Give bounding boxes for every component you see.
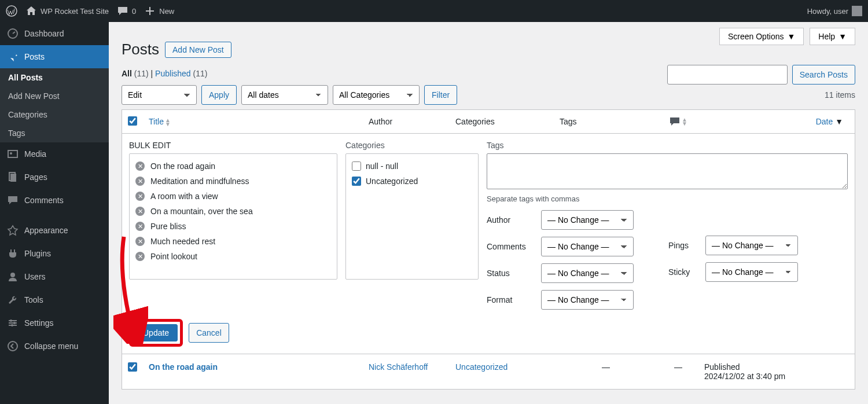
pages-icon [7, 171, 19, 183]
sidebar-item-dashboard[interactable]: Dashboard [0, 22, 109, 45]
category-label: null - null [366, 161, 398, 171]
new-content[interactable]: New [144, 5, 174, 17]
col-categories[interactable]: Categories [450, 110, 554, 134]
posts-table: Title▲▼ Author Categories Tags ▲▼ Date ▼… [122, 109, 855, 390]
tags-hint: Separate tags with commas [487, 194, 848, 203]
row-date-status: Published [704, 362, 740, 372]
svg-point-12 [11, 324, 13, 326]
sort-icon: ▲▼ [682, 117, 687, 126]
sidebar-item-label: Collapse menu [24, 341, 78, 351]
categories-filter-select[interactable]: All Categories [333, 85, 420, 105]
apply-button[interactable]: Apply [201, 85, 237, 105]
sidebar-item-label: Settings [24, 318, 54, 328]
sidebar-item-appearance[interactable]: Appearance [0, 219, 109, 242]
sidebar-item-label: Users [24, 272, 46, 281]
appearance-icon [7, 225, 19, 236]
pings-select[interactable]: — No Change — [705, 236, 798, 255]
comments-count: 0 [132, 7, 136, 16]
bulk-title-item: ✕A room with a view [135, 189, 331, 204]
category-checkbox[interactable] [352, 177, 361, 186]
update-button[interactable]: Update [134, 324, 178, 341]
col-date[interactable]: Date [816, 117, 833, 126]
submenu-tags[interactable]: Tags [0, 124, 109, 142]
sticky-select[interactable]: — No Change — [705, 262, 798, 282]
comment-icon [7, 194, 19, 206]
sidebar-item-users[interactable]: Users [0, 265, 109, 288]
howdy-user[interactable]: Howdy, user [807, 6, 862, 16]
filter-all[interactable]: All (11) [122, 69, 149, 78]
category-label: Uncategorized [366, 177, 418, 186]
format-label: Format [487, 295, 533, 304]
svg-point-3 [10, 152, 12, 155]
site-home[interactable]: WP Rocket Test Site [25, 5, 109, 17]
sidebar-item-media[interactable]: Media [0, 142, 109, 166]
comments-shortcut[interactable]: 0 [117, 5, 136, 17]
sidebar-item-posts[interactable]: Posts [0, 45, 109, 68]
remove-icon[interactable]: ✕ [135, 192, 145, 201]
dates-filter-select[interactable]: All dates [241, 85, 328, 105]
remove-icon[interactable]: ✕ [135, 207, 145, 216]
categories-box: null - null Uncategorized [345, 153, 479, 280]
site-name: WP Rocket Test Site [41, 7, 109, 16]
add-new-post-button[interactable]: Add New Post [165, 42, 231, 58]
row-comments: — [658, 354, 698, 390]
remove-icon[interactable]: ✕ [135, 222, 145, 231]
chevron-down-icon: ▼ [838, 32, 847, 41]
filter-published[interactable]: Published (11) [155, 69, 207, 78]
sidebar-item-pages[interactable]: Pages [0, 166, 109, 189]
tags-label: Tags [487, 141, 848, 150]
bulk-action-select[interactable]: Edit [122, 85, 197, 105]
media-icon [7, 148, 19, 160]
table-row: On the road again Nick Schäferhoff Uncat… [122, 354, 855, 390]
remove-icon[interactable]: ✕ [135, 252, 145, 261]
sidebar-item-label: Pages [24, 172, 47, 182]
submenu-all-posts[interactable]: All Posts [0, 68, 109, 87]
bulk-title-item: ✕Meditation and mindfulness [135, 174, 331, 189]
sidebar-item-tools[interactable]: Tools [0, 288, 109, 311]
sidebar-item-label: Tools [24, 295, 43, 304]
admin-sidebar: Dashboard Posts All Posts Add New Post C… [0, 22, 109, 404]
remove-icon[interactable]: ✕ [135, 177, 145, 186]
comment-icon [669, 116, 681, 127]
status-select[interactable]: — No Change — [541, 263, 634, 283]
row-title-link[interactable]: On the road again [149, 362, 218, 372]
screen-options-button[interactable]: Screen Options ▼ [719, 28, 804, 45]
plugins-icon [7, 248, 19, 259]
wp-logo[interactable] [6, 5, 17, 17]
row-date: 2024/12/02 at 3:40 pm [704, 372, 785, 381]
select-all-checkbox[interactable] [128, 116, 137, 126]
filter-button[interactable]: Filter [424, 85, 457, 105]
row-checkbox[interactable] [128, 362, 137, 372]
sidebar-item-comments[interactable]: Comments [0, 189, 109, 212]
search-posts-button[interactable]: Search Posts [792, 65, 855, 85]
col-tags[interactable]: Tags [554, 110, 658, 134]
col-author[interactable]: Author [363, 110, 450, 134]
author-select[interactable]: — No Change — [541, 210, 634, 230]
sort-icon: ▲▼ [165, 118, 171, 126]
cancel-button[interactable]: Cancel [189, 323, 229, 343]
submenu-categories[interactable]: Categories [0, 105, 109, 124]
search-input[interactable] [667, 65, 788, 85]
row-category-link[interactable]: Uncategorized [455, 362, 507, 372]
row-author-link[interactable]: Nick Schäferhoff [369, 362, 428, 372]
category-checkbox[interactable] [352, 161, 361, 171]
sidebar-item-plugins[interactable]: Plugins [0, 242, 109, 265]
submenu-add-new[interactable]: Add New Post [0, 87, 109, 105]
comments-select[interactable]: — No Change — [541, 237, 634, 256]
svg-point-6 [10, 273, 15, 277]
svg-point-13 [8, 341, 17, 351]
posts-submenu: All Posts Add New Post Categories Tags [0, 68, 109, 142]
sidebar-item-settings[interactable]: Settings [0, 311, 109, 335]
sticky-label: Sticky [668, 267, 697, 277]
help-button[interactable]: Help ▼ [810, 28, 855, 45]
help-label: Help [818, 32, 835, 41]
tags-textarea[interactable] [487, 153, 848, 189]
remove-icon[interactable]: ✕ [135, 237, 145, 246]
col-title[interactable]: Title [149, 117, 164, 126]
bulk-titles-list: ✕On the road again ✕Meditation and mindf… [129, 153, 337, 280]
format-select[interactable]: — No Change — [541, 290, 634, 310]
wordpress-icon [6, 5, 17, 17]
annotation-highlight: Update [129, 319, 183, 347]
sidebar-collapse[interactable]: Collapse menu [0, 335, 109, 358]
remove-icon[interactable]: ✕ [135, 161, 145, 171]
